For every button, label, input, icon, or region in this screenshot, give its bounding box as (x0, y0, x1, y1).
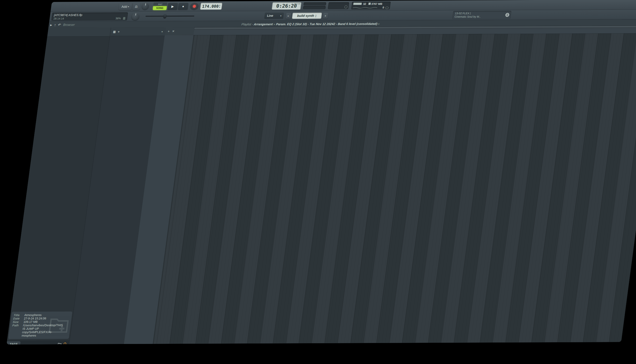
hint-line2: Cinematic Soul by M.. (454, 15, 481, 18)
snap-selector[interactable]: Line ▸ (264, 12, 284, 19)
file-toolbar (393, 0, 394, 10)
project-percent: 36% (115, 17, 121, 20)
close-icon[interactable]: ✕ (172, 30, 175, 33)
position-display (303, 2, 326, 5)
grid-icon[interactable]: ▦ (113, 30, 116, 34)
hint-line1: 13-02 FLEX | (455, 12, 471, 15)
playlist-grid[interactable] (153, 33, 636, 344)
hint-panel: 13-02 FLEX | Cinematic Soul by M.. (452, 11, 512, 19)
minimize-icon[interactable] (59, 5, 63, 8)
add-button-label: Add (121, 5, 127, 8)
time-unit-label: M:S:CS (294, 3, 300, 5)
add-icon[interactable]: + (117, 30, 120, 34)
chevron-down-icon[interactable]: ▾ (161, 30, 163, 33)
target-value: build synth (297, 14, 314, 18)
master-pitch-slider[interactable] (145, 16, 194, 17)
play-button[interactable]: ▶ (167, 3, 178, 10)
selection-display (303, 6, 326, 9)
add-icon[interactable]: + (167, 29, 170, 33)
tags-label: TAGS (7, 341, 21, 344)
channel-settings-icon[interactable]: ⚖ (132, 3, 141, 10)
stop-button[interactable]: ■ (178, 3, 189, 10)
pat-song-toggle[interactable]: PAT SONG (153, 2, 167, 10)
main-volume-knob[interactable] (142, 3, 149, 10)
clock-panel (328, 2, 349, 9)
folder-add-icon (47, 315, 70, 336)
playlist-panel: + ✕ (124, 26, 636, 344)
edit-toolbar (71, 2, 73, 12)
zoom-window-icon[interactable] (65, 5, 68, 8)
macos-window-buttons[interactable] (54, 5, 70, 10)
browser-tabs (47, 28, 111, 37)
tempo-display[interactable]: 174.000 ▲▼ (200, 3, 222, 10)
up-icon[interactable]: ↑ (54, 23, 56, 27)
polyphony-value: 0 (382, 6, 384, 9)
target-prev-icon[interactable]: ▸ (286, 13, 291, 19)
target-add-icon[interactable]: + (323, 13, 328, 18)
folder-icon[interactable] (58, 342, 62, 344)
playlist-toolbar (170, 21, 171, 27)
file-info-panel: TitleAtmospheres Date27-9-24 15:24:06 Si… (8, 312, 72, 339)
close-icon[interactable] (54, 5, 58, 8)
project-info-panel: [ATC9874] ASHES.flp 28:14:14 36% (51, 12, 128, 21)
globe-icon (505, 13, 510, 17)
project-title: [ATC9874] ASHES.flp (54, 13, 83, 16)
cpu-value: 32 (363, 2, 366, 5)
desktop: Add ▸ ⚖ PAT SONG ▶ ■ 174.000 ▲▼ 0:26:20 … (0, 0, 636, 364)
recording-toolbar (224, 1, 226, 11)
record-button[interactable] (190, 3, 199, 10)
pat-button[interactable]: PAT (153, 2, 167, 6)
target-selector[interactable]: build synth ▲▼ (292, 13, 322, 19)
snap-value: Line (267, 14, 273, 17)
view-switch-toolbar (202, 11, 204, 21)
time-value: 0:26:20 (276, 3, 297, 9)
chevron-icon[interactable]: ▸ (50, 23, 52, 27)
fl-studio-window: Add ▸ ⚖ PAT SONG ▶ ■ 174.000 ▲▼ 0:26:20 … (7, 0, 636, 344)
tags-bar: TAGS (7, 340, 70, 344)
limiter-icon (123, 17, 125, 20)
back-icon[interactable]: ↶ (58, 23, 61, 27)
add-button[interactable]: Add ▸ (119, 3, 132, 10)
playlist-corner: + ✕ (165, 27, 197, 36)
project-time: 28:14:14 (53, 17, 64, 20)
time-display[interactable]: 0:26:20 M:S:CS (272, 2, 302, 10)
tempo-value: 174.000 (202, 4, 219, 8)
picker-header: ▦ + ▾ (110, 27, 166, 36)
song-button[interactable]: SONG (153, 6, 167, 10)
browser-header: ▸ ↑ ↶ Browser (50, 22, 75, 28)
master-volume-knob[interactable] (131, 13, 140, 20)
browser-title: Browser (63, 23, 75, 27)
memory-value: 3767 MB (368, 2, 383, 5)
search-icon[interactable] (63, 342, 67, 344)
window-toolbar (332, 11, 333, 20)
cpu-panel: 32 3767 MB 0 (351, 2, 391, 10)
breadcrumb: Playlist - Arrangement ▸ Param. EQ 2 (Sl… (241, 22, 380, 26)
cpu-sparkline (353, 6, 377, 9)
